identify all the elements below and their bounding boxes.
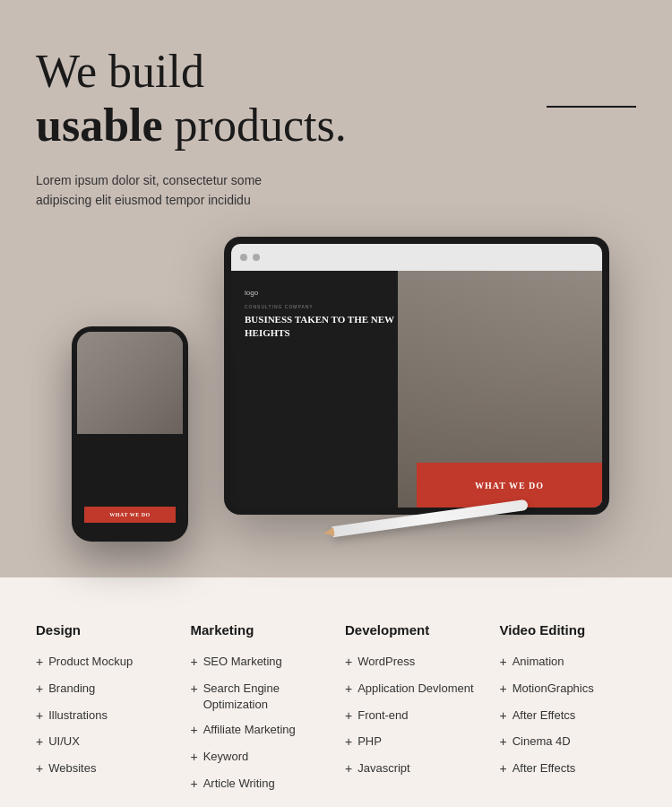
- tablet-company-label: CONSULTING COMPANY: [245, 304, 401, 309]
- tablet-screen: logo CONSULTING COMPANY BUSINESS TAKEN T…: [231, 244, 602, 508]
- service-text: Article Writing: [203, 776, 275, 792]
- list-item: + WordPress: [345, 654, 482, 672]
- hero-subtitle: Lorem ipsum dolor sit, consectetur some …: [36, 170, 636, 211]
- list-item: + Affiliate Marketing: [191, 722, 328, 740]
- plus-icon: +: [36, 760, 43, 778]
- service-text: Keyword: [203, 749, 249, 765]
- phone-screen-body: WHAT WE DO: [77, 332, 183, 536]
- tablet-dot-2: [253, 254, 260, 261]
- service-text: Animation: [513, 654, 564, 670]
- phone-what-we-do: WHAT WE DO: [84, 507, 176, 523]
- tablet-mockup: logo CONSULTING COMPANY BUSINESS TAKEN T…: [224, 237, 609, 515]
- list-item: + PHP: [345, 733, 482, 751]
- hero-title-decoration: [547, 106, 636, 108]
- service-column-video: Video Editing + Animation + MotionGraphi…: [500, 622, 637, 802]
- list-item: + Cinema 4D: [500, 733, 637, 751]
- list-item: + Product Mockup: [36, 654, 173, 672]
- list-item: + SEO Marketing: [191, 654, 328, 672]
- plus-icon: +: [500, 733, 507, 751]
- service-text: PHP: [358, 733, 382, 750]
- service-category-development: Development: [345, 622, 482, 638]
- list-item: + Front-end: [345, 707, 482, 725]
- plus-icon: +: [345, 654, 352, 672]
- plus-icon: +: [500, 654, 507, 672]
- plus-icon: +: [345, 681, 352, 699]
- list-item: + Illustrations: [36, 707, 173, 725]
- plus-icon: +: [500, 760, 507, 778]
- plus-icon: +: [191, 654, 198, 672]
- tablet-dot-1: [240, 254, 247, 261]
- hero-title-rest: products.: [163, 100, 347, 151]
- service-text: After Effects: [513, 760, 576, 777]
- plus-icon: +: [345, 733, 352, 751]
- service-text: Application Devloment: [358, 681, 473, 697]
- tablet-headline: BUSINESS TAKEN TO THE NEW HEIGHTS: [245, 313, 401, 339]
- list-item: + Javascript: [345, 760, 482, 778]
- service-text: UI/UX: [48, 733, 80, 750]
- list-item: + Search Engine Optimization: [191, 681, 328, 713]
- service-text: Branding: [48, 681, 95, 697]
- mockup-container: logo CONSULTING COMPANY BUSINESS TAKEN T…: [36, 237, 636, 542]
- phone-top-img: [77, 332, 183, 434]
- service-column-design: Design + Product Mockup + Branding + Ill…: [36, 622, 173, 802]
- service-text: After Effetcs: [513, 707, 576, 724]
- plus-icon: +: [191, 722, 198, 740]
- service-text: Affiliate Marketing: [203, 722, 296, 738]
- tablet-screen-body: logo CONSULTING COMPANY BUSINESS TAKEN T…: [231, 271, 602, 508]
- service-text: MotionGraphics: [513, 681, 594, 697]
- tablet-logo: logo: [245, 289, 401, 297]
- plus-icon: +: [191, 681, 198, 699]
- list-item: + Article Writing: [191, 776, 328, 794]
- plus-icon: +: [500, 681, 507, 699]
- plus-icon: +: [191, 776, 198, 794]
- service-text: SEO Marketing: [203, 654, 282, 670]
- plus-icon: +: [36, 707, 43, 725]
- services-grid: Design + Product Mockup + Branding + Ill…: [36, 622, 636, 802]
- hero-title: We build usable products.: [36, 45, 636, 152]
- service-text: Front-end: [358, 707, 408, 724]
- plus-icon: +: [345, 707, 352, 725]
- hero-section: We build usable products. Lorem ipsum do…: [0, 0, 672, 568]
- services-section: Design + Product Mockup + Branding + Ill…: [0, 577, 672, 807]
- list-item: + Application Devloment: [345, 681, 482, 699]
- plus-icon: +: [36, 733, 43, 751]
- service-column-marketing: Marketing + SEO Marketing + Search Engin…: [191, 622, 328, 802]
- hero-title-bold: usable: [36, 100, 163, 151]
- list-item: + Keyword: [191, 749, 328, 767]
- list-item: + After Effects: [500, 760, 637, 778]
- service-text: Search Engine Optimization: [203, 681, 327, 713]
- service-text: Javascript: [358, 760, 410, 777]
- hero-title-line1: We build: [36, 46, 204, 97]
- plus-icon: +: [500, 707, 507, 725]
- tablet-content-left: logo CONSULTING COMPANY BUSINESS TAKEN T…: [245, 289, 401, 348]
- plus-icon: +: [191, 749, 198, 767]
- phone-mockup: WHAT WE DO: [72, 326, 188, 542]
- tablet-screen-header: [231, 244, 602, 271]
- service-text: Illustrations: [48, 707, 108, 724]
- plus-icon: +: [345, 760, 352, 778]
- list-item: + UI/UX: [36, 733, 173, 751]
- service-text: WordPress: [358, 654, 415, 670]
- plus-icon: +: [36, 654, 43, 672]
- plus-icon: +: [36, 681, 43, 699]
- list-item: + After Effetcs: [500, 707, 637, 725]
- list-item: + Websites: [36, 760, 173, 778]
- service-text: Cinema 4D: [513, 733, 571, 750]
- list-item: + Branding: [36, 681, 173, 699]
- service-category-marketing: Marketing: [191, 622, 328, 638]
- phone-bottom: WHAT WE DO: [77, 434, 183, 536]
- service-category-video: Video Editing: [500, 622, 637, 638]
- list-item: + Animation: [500, 654, 637, 672]
- service-text: Websites: [48, 760, 96, 777]
- phone-screen: WHAT WE DO: [77, 332, 183, 536]
- service-column-development: Development + WordPress + Application De…: [345, 622, 482, 802]
- service-text: Product Mockup: [48, 654, 133, 670]
- service-category-design: Design: [36, 622, 173, 638]
- list-item: + MotionGraphics: [500, 681, 637, 699]
